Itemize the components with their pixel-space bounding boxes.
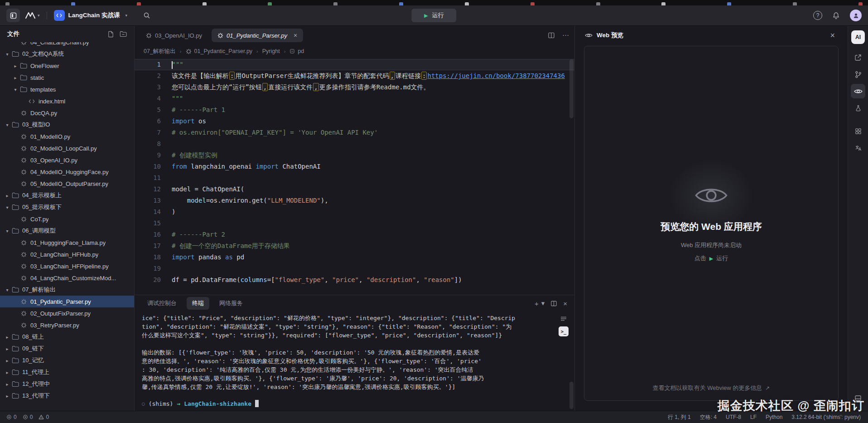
translate-button[interactable] — [851, 141, 865, 155]
terminal-dropdown-button[interactable]: ▾ — [541, 299, 545, 307]
project-selector[interactable]: LangChain 实战课 ▾ — [54, 10, 128, 21]
browser-tab-favicon[interactable] — [727, 2, 731, 5]
browser-tab-favicon[interactable] — [333, 2, 338, 5]
split-terminal-button[interactable] — [550, 300, 557, 307]
tree-item[interactable]: 03_LangChain_HFPipeline.py — [0, 260, 134, 272]
tree-item[interactable]: ▾templates — [0, 83, 134, 95]
browser-tab-favicon[interactable] — [5, 2, 10, 5]
avatar[interactable] — [850, 10, 862, 21]
tree-item[interactable]: 01_HugggingFace_Llama.py — [0, 237, 134, 248]
tree-item[interactable]: 02_ModelIO_LoopCall.py — [0, 142, 134, 154]
search-button[interactable] — [140, 11, 153, 19]
new-terminal-button[interactable]: + — [535, 300, 539, 307]
browser-tab-favicon[interactable] — [137, 2, 141, 5]
browser-tab-favicon[interactable] — [465, 2, 469, 5]
tree-item[interactable]: ▸10_记忆 — [0, 355, 134, 366]
new-file-button[interactable] — [107, 31, 114, 38]
browser-tab-favicon[interactable] — [858, 2, 863, 5]
editor-tab[interactable]: 03_OpenAI_IO.py — [140, 29, 208, 42]
notifications-button[interactable] — [829, 11, 843, 20]
status-item[interactable]: UTF-8 — [726, 414, 741, 420]
browser-tab-favicon[interactable] — [793, 2, 797, 5]
tree-item[interactable]: index.html — [0, 95, 134, 107]
code-text: model=os.environ.get("LLM_MODELEND"), — [172, 195, 328, 206]
tree-item[interactable]: ▸09_链下 — [0, 343, 134, 355]
status-item[interactable]: LF — [750, 414, 757, 420]
browser-tab-favicon[interactable] — [399, 2, 403, 5]
code-editor[interactable]: 1"""2该文件是【输出解析:用OutputParser生成鲜花推荐列表】章节的… — [135, 58, 574, 295]
browser-tab-favicon[interactable] — [661, 2, 665, 5]
tree-item[interactable]: ▸11_代理上 — [0, 366, 134, 378]
tree-item[interactable]: 03_OpenAI_IO.py — [0, 154, 134, 166]
help-button[interactable]: ? — [813, 11, 822, 20]
tree-item[interactable]: 04_ModelIO_HuggingFace.py — [0, 166, 134, 178]
error-indicator[interactable]: 0 — [23, 414, 33, 420]
breadcrumb-item[interactable]: 07_解析输出 — [144, 48, 176, 55]
workspace-switcher[interactable]: ▾ — [25, 12, 40, 19]
tree-item[interactable]: ▾07_解析输出 — [0, 284, 134, 296]
breadcrumb[interactable]: 07_解析输出›01_Pydantic_Parser.py›Pyright›pd — [135, 45, 574, 58]
preview-docs-link[interactable]: 查看文档以获取有关 Webview 的更多信息↗ — [584, 384, 838, 392]
breadcrumb-item[interactable]: 01_Pydantic_Parser.py — [186, 48, 253, 54]
external-link-button[interactable] — [851, 50, 865, 65]
record-indicator[interactable]: 0 — [6, 414, 17, 420]
tree-item[interactable]: 02_LangChain_HFHub.py — [0, 248, 134, 260]
tree-item[interactable]: 02_OutputFixParser.py — [0, 307, 134, 319]
browser-tab-favicon[interactable] — [268, 2, 272, 5]
tree-item[interactable]: 05_ModelIO_OutputParser.py — [0, 178, 134, 190]
terminal-scrollbar[interactable] — [569, 313, 574, 409]
tree-item[interactable]: ▸04_提示模板上 — [0, 190, 134, 201]
ai-button[interactable]: AI — [851, 30, 865, 44]
tree-item[interactable]: ▾05_提示模板下 — [0, 201, 134, 213]
tree-item[interactable]: ▾02_文档QA系统 — [0, 48, 134, 60]
tree-item[interactable]: CoT.py — [0, 213, 134, 225]
tree-item[interactable]: 01_ModelIO.py — [0, 131, 134, 142]
editor-tab[interactable]: 01_Pydantic_Parser.py× — [212, 29, 303, 42]
panel-bottom-button[interactable] — [851, 391, 865, 405]
editor-scrollbar[interactable] — [569, 59, 574, 293]
grid-button[interactable] — [851, 124, 865, 138]
status-item[interactable]: 3.12.2 64-bit ('shims': pyenv) — [791, 414, 861, 420]
browser-tab-favicon[interactable] — [71, 2, 75, 5]
tree-item[interactable]: ▾06_调用模型 — [0, 225, 134, 237]
status-item[interactable]: 空格: 4 — [700, 413, 717, 421]
status-item[interactable]: 行 1, 列 1 — [668, 413, 691, 421]
breadcrumb-item[interactable]: Pyright — [262, 48, 280, 54]
tree-item[interactable]: 04_LangChain_CustomizeMod... — [0, 272, 134, 284]
status-item[interactable]: Python — [766, 414, 782, 420]
breadcrumb-item[interactable]: pd — [289, 48, 304, 54]
tree-item[interactable]: 04_ChatLangChain.py — [0, 42, 134, 48]
panel-tab[interactable]: 终端 — [187, 297, 209, 310]
browser-tab-favicon[interactable] — [530, 2, 535, 5]
flask-button[interactable] — [851, 101, 865, 115]
tree-item[interactable]: DocQA.py — [0, 107, 134, 119]
git-branch-button[interactable] — [851, 67, 865, 82]
browser-tab-favicon[interactable] — [596, 2, 600, 5]
app-menu-button[interactable] — [6, 9, 20, 22]
tree-item[interactable]: ▸13_代理下 — [0, 390, 134, 402]
eye-button[interactable] — [851, 84, 865, 98]
active-terminal-icon[interactable]: >_ — [559, 326, 569, 336]
run-button[interactable]: ▶ 运行 — [411, 9, 456, 22]
terminal-list-icon[interactable] — [560, 315, 567, 322]
tree-item[interactable]: ▸static — [0, 72, 134, 83]
more-actions-button[interactable]: ⋯ — [562, 31, 569, 39]
tree-item[interactable]: 03_RetryParser.py — [0, 319, 134, 331]
collapse-folders-button[interactable] — [120, 31, 127, 38]
tree-item[interactable]: 01_Pydantic_Parser.py — [0, 296, 134, 307]
terminal[interactable]: ice": {"title": "Price", "description": … — [135, 311, 574, 411]
tree-item[interactable]: ▸12_代理中 — [0, 378, 134, 390]
split-editor-button[interactable] — [548, 32, 555, 39]
panel-tab[interactable]: 网络服务 — [214, 297, 248, 310]
preview-close-button[interactable]: × — [827, 30, 838, 41]
browser-tab-favicon[interactable] — [203, 2, 207, 5]
tree-item[interactable]: ▸08_链上 — [0, 331, 134, 343]
close-tab-icon[interactable]: × — [294, 32, 297, 39]
scrollbar-thumb[interactable] — [569, 382, 574, 409]
tree-item[interactable]: ▾03_模型IO — [0, 119, 134, 131]
scrollbar-thumb[interactable] — [569, 59, 574, 118]
warning-indicator[interactable]: 0 — [39, 414, 49, 420]
close-panel-button[interactable]: × — [563, 300, 567, 307]
panel-tab[interactable]: 调试控制台 — [142, 297, 182, 310]
tree-item[interactable]: ▸OneFlower — [0, 60, 134, 72]
